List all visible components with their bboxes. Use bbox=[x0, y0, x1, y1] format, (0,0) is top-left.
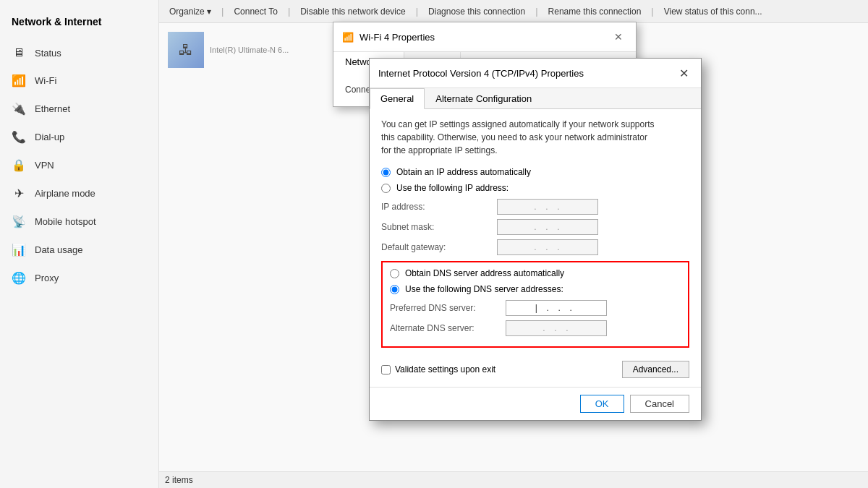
sep1: | bbox=[221, 6, 224, 17]
radio-manual-ip-row: Use the following IP address: bbox=[381, 183, 689, 193]
alternate-dns-input[interactable] bbox=[506, 320, 607, 336]
sidebar-label-hotspot: Mobile hotspot bbox=[35, 216, 96, 227]
ipv4-tab-general[interactable]: General bbox=[370, 88, 425, 109]
alternate-dns-label: Alternate DNS server: bbox=[390, 323, 506, 333]
gateway-label: Default gateway: bbox=[381, 242, 497, 252]
disable-button[interactable]: Disable this network device bbox=[296, 5, 409, 18]
adapter-name: Intel(R) Ultimate-N 6... bbox=[210, 46, 289, 54]
proxy-icon: 🌐 bbox=[12, 271, 26, 285]
ip-address-label: IP address: bbox=[381, 202, 497, 212]
sidebar-label-proxy: Proxy bbox=[35, 273, 59, 283]
sidebar-item-hotspot[interactable]: 📡 Mobile hotspot bbox=[0, 207, 158, 236]
subnet-mask-row: Subnet mask: bbox=[381, 219, 689, 235]
sidebar-label-vpn: VPN bbox=[35, 160, 54, 171]
rename-button[interactable]: Rename this connection bbox=[544, 5, 646, 18]
ipv4-dialog-title: Internet Protocol Version 4 (TCP/IPv4) P… bbox=[378, 68, 584, 79]
sidebar-title: Network & Internet bbox=[0, 7, 158, 39]
sidebar-label-ethernet: Ethernet bbox=[35, 103, 70, 114]
toolbar: Organize ▾ | Connect To | Disable this n… bbox=[159, 0, 868, 23]
sidebar-item-airplane[interactable]: ✈ Airplane mode bbox=[0, 179, 158, 207]
ipv4-close-button[interactable]: ✕ bbox=[675, 64, 692, 82]
radio-auto-dns[interactable] bbox=[390, 269, 399, 278]
airplane-icon: ✈ bbox=[12, 187, 26, 200]
radio-auto-ip-label[interactable]: Obtain an IP address automatically bbox=[396, 167, 531, 177]
alternate-dns-row: Alternate DNS server: bbox=[390, 320, 681, 336]
adapter-icon-box: 🖧 bbox=[168, 32, 204, 68]
view-status-button[interactable]: View status of this conn... bbox=[660, 5, 767, 18]
wifi-dialog-titlebar: 📶 Wi-Fi 4 Properties ✕ bbox=[333, 22, 636, 52]
ipv4-properties-dialog: Internet Protocol Version 4 (TCP/IPv4) P… bbox=[369, 58, 702, 421]
wifi-close-button[interactable]: ✕ bbox=[610, 28, 627, 46]
radio-manual-ip[interactable] bbox=[381, 184, 391, 193]
sep4: | bbox=[535, 6, 537, 17]
radio-manual-dns-label[interactable]: Use the following DNS server addresses: bbox=[405, 284, 563, 294]
ipv4-tabs: General Alternate Configuration bbox=[370, 88, 701, 109]
subnet-mask-input[interactable] bbox=[497, 219, 598, 235]
radio-manual-ip-label[interactable]: Use the following IP address: bbox=[396, 183, 509, 193]
radio-auto-ip-row: Obtain an IP address automatically bbox=[381, 167, 689, 177]
wifi-title-left: 📶 Wi-Fi 4 Properties bbox=[342, 32, 435, 43]
ip-address-input[interactable] bbox=[497, 199, 598, 215]
adapter-icon: 🖧 bbox=[179, 42, 193, 59]
validate-row: Validate settings upon exit bbox=[381, 364, 495, 374]
main-area: Organize ▾ | Connect To | Disable this n… bbox=[159, 0, 868, 488]
organize-button[interactable]: Organize ▾ bbox=[165, 5, 216, 18]
sidebar-item-vpn[interactable]: 🔒 VPN bbox=[0, 151, 158, 179]
radio-auto-ip[interactable] bbox=[381, 168, 391, 177]
ipv4-body: You can get IP settings assigned automat… bbox=[370, 109, 701, 387]
diagnose-button[interactable]: Diagnose this connection bbox=[424, 5, 529, 18]
data-icon: 📊 bbox=[12, 243, 26, 257]
sep5: | bbox=[651, 6, 653, 17]
advanced-button[interactable]: Advanced... bbox=[622, 361, 689, 378]
ip-address-row: IP address: bbox=[381, 199, 689, 215]
status-bar: 2 items bbox=[159, 471, 868, 488]
hotspot-icon: 📡 bbox=[12, 215, 26, 228]
ipv4-titlebar: Internet Protocol Version 4 (TCP/IPv4) P… bbox=[370, 59, 701, 88]
sidebar-item-data[interactable]: 📊 Data usage bbox=[0, 236, 158, 264]
gateway-input[interactable] bbox=[497, 239, 598, 255]
preferred-dns-input[interactable] bbox=[506, 300, 607, 316]
ipv4-footer: OK Cancel bbox=[370, 387, 701, 420]
radio-auto-dns-label[interactable]: Obtain DNS server address automatically bbox=[405, 268, 564, 278]
adapter-info: Intel(R) Ultimate-N 6... bbox=[210, 46, 289, 54]
sidebar-label-dialup: Dial-up bbox=[35, 132, 64, 142]
vpn-icon: 🔒 bbox=[12, 158, 26, 172]
status-icon: 🖥 bbox=[12, 46, 26, 59]
sidebar-item-status[interactable]: 🖥 Status bbox=[0, 39, 158, 67]
ok-button[interactable]: OK bbox=[580, 395, 624, 413]
sidebar-item-ethernet[interactable]: 🔌 Ethernet bbox=[0, 95, 158, 123]
gateway-row: Default gateway: bbox=[381, 239, 689, 255]
wifi-dialog-icon: 📶 bbox=[342, 32, 354, 43]
sidebar-item-proxy[interactable]: 🌐 Proxy bbox=[0, 264, 158, 292]
dialup-icon: 📞 bbox=[12, 130, 26, 144]
radio-manual-dns[interactable] bbox=[390, 285, 399, 294]
sidebar-label-data: Data usage bbox=[35, 244, 83, 255]
ethernet-icon: 🔌 bbox=[12, 102, 26, 116]
wifi-dialog-title: Wi-Fi 4 Properties bbox=[359, 32, 435, 43]
radio-auto-dns-row: Obtain DNS server address automatically bbox=[390, 268, 681, 278]
items-count: 2 items bbox=[165, 475, 193, 485]
dns-section: Obtain DNS server address automatically … bbox=[381, 261, 689, 348]
preferred-dns-label: Preferred DNS server: bbox=[390, 303, 506, 313]
ipv4-tab-alternate[interactable]: Alternate Configuration bbox=[425, 88, 542, 108]
sidebar-label-wifi: Wi-Fi bbox=[35, 75, 56, 86]
validate-checkbox[interactable] bbox=[381, 365, 391, 374]
wifi-icon: 📶 bbox=[12, 74, 26, 87]
validate-label[interactable]: Validate settings upon exit bbox=[395, 364, 495, 374]
sidebar: Network & Internet 🖥 Status 📶 Wi-Fi 🔌 Et… bbox=[0, 0, 159, 488]
ipv4-bottom: Validate settings upon exit Advanced... bbox=[381, 355, 689, 378]
sep2: | bbox=[288, 6, 290, 17]
sidebar-item-wifi[interactable]: 📶 Wi-Fi bbox=[0, 67, 158, 95]
sidebar-item-dialup[interactable]: 📞 Dial-up bbox=[0, 123, 158, 151]
preferred-dns-row: Preferred DNS server: bbox=[390, 300, 681, 316]
sep3: | bbox=[416, 6, 418, 17]
subnet-mask-label: Subnet mask: bbox=[381, 222, 497, 232]
sidebar-label-airplane: Airplane mode bbox=[35, 188, 95, 199]
ipv4-description: You can get IP settings assigned automat… bbox=[381, 118, 689, 157]
cancel-button[interactable]: Cancel bbox=[630, 395, 689, 413]
sidebar-label-status: Status bbox=[35, 48, 61, 59]
connect-to-button[interactable]: Connect To bbox=[229, 5, 282, 18]
radio-manual-dns-row: Use the following DNS server addresses: bbox=[390, 284, 681, 294]
